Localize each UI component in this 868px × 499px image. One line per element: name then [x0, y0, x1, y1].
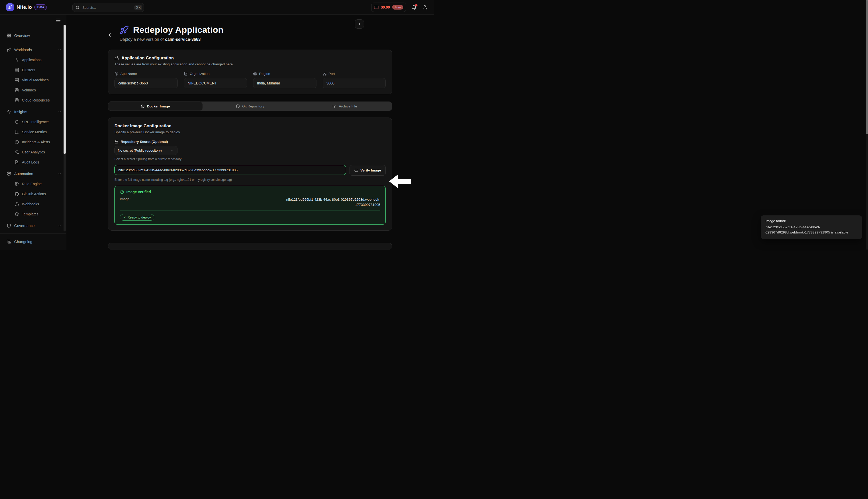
- sidebar-item-label: Clusters: [22, 68, 35, 72]
- changelog-scroll-icon: [7, 240, 11, 244]
- sidebar-section-label: Workloads: [14, 48, 32, 52]
- field-label: Port: [329, 72, 335, 76]
- divider: [120, 210, 380, 211]
- secret-label: Repository Secret (Optional): [121, 140, 168, 144]
- sidebar-section-automation[interactable]: Automation: [0, 169, 66, 179]
- sidebar-item-applications[interactable]: Applications: [0, 55, 66, 65]
- sidebar-item-label: Applications: [22, 58, 41, 62]
- app-name: calm-service-3663: [165, 37, 201, 41]
- topbar: Nife.io Beta ⌘K $0.00 Low: [0, 0, 434, 15]
- sidebar-item-virtual-machines[interactable]: Virtual Machines: [0, 75, 66, 85]
- sidebar-item-service-metrics[interactable]: Service Metrics: [0, 127, 66, 137]
- field-organization: Organization NIFEDOCUMENT: [184, 72, 247, 88]
- sidebar-scrollbar-thumb[interactable]: [63, 25, 65, 154]
- field-value: NIFEDOCUMENT: [184, 78, 247, 88]
- search-input[interactable]: [82, 5, 132, 10]
- field-label: App Name: [120, 72, 137, 76]
- sidebar-scrollbar[interactable]: [63, 25, 65, 231]
- sidebar-nav: Overview Workloads Applications Clusters…: [0, 31, 66, 241]
- database-icon: [15, 88, 19, 92]
- sidebar-section-workloads[interactable]: Workloads: [0, 45, 66, 55]
- user-menu-button[interactable]: [423, 5, 427, 10]
- chevron-down-icon: [58, 224, 61, 228]
- field-region: Region India, Mumbai: [253, 72, 316, 88]
- bar-chart-icon: [15, 130, 19, 134]
- sidebar-item-incidents-alerts[interactable]: Incidents & Alerts: [0, 137, 66, 147]
- balance-level-badge: Low: [392, 5, 403, 10]
- search-icon: [76, 6, 80, 10]
- image-label: Image:: [120, 197, 131, 201]
- docker-image-configuration-card: Docker Image Configuration Specify a pre…: [108, 118, 392, 231]
- notification-dot: [415, 4, 417, 7]
- sidebar-item-label: Incidents & Alerts: [22, 140, 50, 144]
- field-app-name: App Name calm-service-3663: [114, 72, 178, 88]
- sidebar-collapse-button[interactable]: [55, 17, 61, 23]
- sidebar-section-insights[interactable]: Insights: [0, 107, 66, 117]
- notifications-button[interactable]: [412, 5, 417, 10]
- search-icon: [354, 168, 358, 172]
- sidebar-item-clusters[interactable]: Clusters: [0, 65, 66, 75]
- balance-pill[interactable]: $0.00 Low: [371, 3, 406, 12]
- sidebar-item-label: Webhooks: [22, 202, 39, 206]
- tab-label: Docker Image: [147, 104, 170, 108]
- next-card-partial: [108, 243, 392, 250]
- search-shortcut-kbd: ⌘K: [134, 5, 142, 10]
- sidebar-item-label: Rule Engine: [22, 182, 41, 186]
- pointer-arrow-annotation: [389, 174, 411, 189]
- tab-docker-image[interactable]: Docker Image: [108, 101, 203, 111]
- chevron-down-icon: [58, 110, 61, 114]
- application-configuration-card: Application Configuration These values a…: [108, 50, 392, 94]
- server-icon: [15, 78, 19, 82]
- selected-option: No secret (Public repository): [118, 148, 162, 153]
- tab-label: Archive File: [339, 104, 357, 108]
- card-title: Docker Image Configuration: [114, 123, 172, 129]
- sidebar-section-label: Insights: [14, 110, 27, 114]
- sidebar-item-sre-intelligence[interactable]: SRE Intelligence: [0, 117, 66, 127]
- field-label: Region: [259, 72, 270, 76]
- tab-label: Git Repository: [242, 104, 264, 108]
- sidebar-item-templates[interactable]: Templates: [0, 209, 66, 219]
- repository-secret-select[interactable]: No secret (Public repository): [114, 146, 178, 155]
- chevron-down-icon: [58, 48, 61, 52]
- sidebar-item-audit-logs[interactable]: Audit Logs: [0, 157, 66, 167]
- sidebar-item-label: Audit Logs: [22, 160, 39, 164]
- gear-icon: [7, 171, 11, 176]
- chevron-down-icon: [58, 172, 61, 175]
- verify-button-label: Verify Image: [360, 168, 381, 172]
- brand[interactable]: Nife.io Beta: [6, 0, 47, 14]
- field-port: Port 3000: [323, 72, 386, 88]
- balance-amount: $0.00: [381, 5, 390, 9]
- sidebar-item-changelog[interactable]: Changelog: [0, 233, 66, 250]
- docker-image-input[interactable]: [114, 165, 346, 175]
- tab-archive-file[interactable]: Archive File: [297, 101, 392, 111]
- field-value: India, Mumbai: [253, 78, 316, 88]
- sidebar-item-volumes[interactable]: Volumes: [0, 85, 66, 95]
- sidebar-item-label: GitHub Actions: [22, 192, 46, 196]
- panel-collapse-button[interactable]: [355, 20, 364, 29]
- source-tabbar: Docker Image Git Repository Archive File: [108, 101, 392, 111]
- card-subtitle: Specify a pre-built Docker image to depl…: [114, 130, 386, 134]
- sidebar-item-label: Virtual Machines: [22, 78, 49, 82]
- nife-logo-rocket-icon: [6, 3, 14, 11]
- sidebar-item-webhooks[interactable]: Webhooks: [0, 199, 66, 209]
- sidebar-item-label: Service Metrics: [22, 130, 47, 134]
- sidebar-item-github-actions[interactable]: GitHub Actions: [0, 189, 66, 199]
- lock-icon: [114, 56, 119, 60]
- sidebar-item-rule-engine[interactable]: Rule Engine: [0, 179, 66, 189]
- sidebar-item-overview[interactable]: Overview: [0, 31, 66, 40]
- page-title: Redeploy Application: [133, 25, 223, 35]
- tab-git-repository[interactable]: Git Repository: [203, 101, 297, 111]
- sidebar-section-governance[interactable]: Governance: [0, 221, 66, 231]
- sidebar-item-user-analytics[interactable]: User Analytics: [0, 147, 66, 157]
- sidebar-footer: Changelog: [0, 233, 66, 250]
- global-search[interactable]: ⌘K: [72, 3, 144, 12]
- back-button[interactable]: [108, 33, 113, 37]
- card-subtitle: These values are from your existing appl…: [114, 62, 386, 66]
- sidebar-item-label: User Analytics: [22, 150, 45, 154]
- rocket-icon: [7, 48, 11, 52]
- sidebar-item-cloud-resources[interactable]: Cloud Resources: [0, 95, 66, 105]
- file-text-icon: [15, 160, 19, 164]
- activity-icon: [15, 58, 19, 62]
- menu-icon: [55, 17, 61, 23]
- verify-image-button[interactable]: Verify Image: [350, 165, 386, 175]
